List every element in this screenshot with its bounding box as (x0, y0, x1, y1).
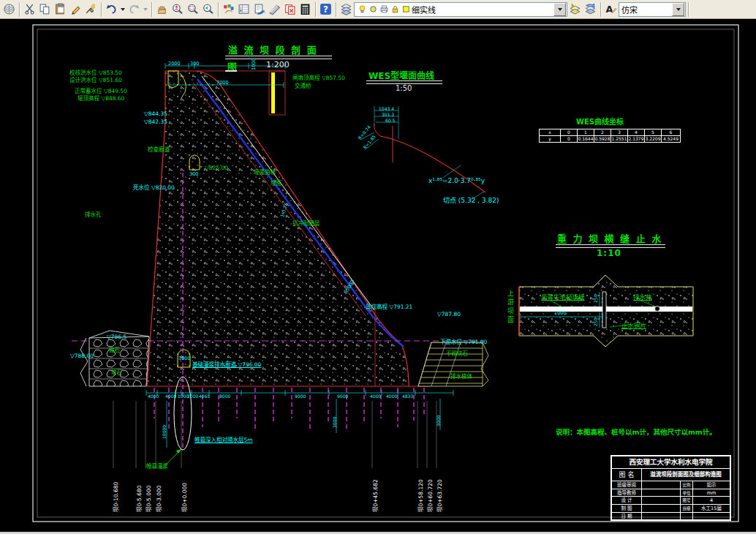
redline-sheets-icon (284, 3, 296, 15)
edit-button[interactable] (68, 1, 83, 17)
dropdown-arrow-icon (558, 8, 562, 11)
wes-table-cell: 0.1644 (577, 136, 594, 142)
zoom-previous-button[interactable] (200, 1, 216, 17)
toolbar-separator (19, 2, 20, 17)
title-block-cell (642, 513, 681, 521)
wes-table-cell: 4.5249 (661, 136, 680, 142)
sketch-globe-button[interactable] (1, 1, 17, 17)
title-block-name-label: 图 名 (612, 469, 642, 481)
copy-button[interactable] (37, 1, 53, 17)
wes-table-cell: 1.2551 (611, 136, 627, 142)
title-block: 西安理工大学水利水电学院 图 名 溢流坝段剖面图及细部构造图 班级审阅比例如示指… (611, 455, 731, 521)
title-block-cell (642, 481, 681, 489)
pan-button[interactable] (154, 1, 170, 17)
wes-table-cell: 4 (627, 129, 644, 135)
calculator-button[interactable] (298, 1, 313, 17)
text-style-combo[interactable]: 仿宋 (619, 2, 686, 17)
layer-properties-grid-icon (238, 3, 250, 15)
dam-drawing-geometry[interactable] (0, 0, 756, 534)
text-style-button[interactable]: A (603, 1, 619, 17)
title-block-cell: 4 (693, 497, 730, 504)
make-layer-current-button[interactable] (567, 1, 583, 17)
sheet-arrow-icon (253, 3, 265, 15)
zoom-realtime-icon (171, 3, 184, 15)
pencil-icon (69, 3, 82, 15)
color-palette-button[interactable] (221, 1, 236, 17)
dropdown-arrow-icon (676, 8, 681, 11)
svg-text:?: ? (323, 4, 328, 15)
zoom-window-button[interactable] (185, 1, 200, 17)
title-block-cell: 设 计 (612, 497, 642, 504)
layer-control-combo[interactable]: 细实线 (354, 2, 567, 17)
title-block-cell: 日 期 (612, 513, 642, 521)
wes-table-cell: 6 (661, 129, 680, 135)
title-block-rows: 班级审阅比例如示指导教师单位mm设 计图号4制 图班级水工15届日 期 (612, 481, 730, 520)
toolbar: ? 细实线 A 仿宋 (0, 0, 756, 19)
cut-button[interactable] (22, 1, 37, 17)
current-text-style: 仿宋 (621, 4, 672, 15)
layers-stack-icon (340, 3, 352, 15)
dropdown-arrow-icon (121, 8, 125, 11)
toolbar-separator (600, 2, 601, 17)
copy-icon (39, 3, 51, 15)
layer-properties-button[interactable] (236, 1, 252, 17)
zoom-window-icon (186, 3, 199, 15)
wes-table-cell: 1 (577, 129, 594, 135)
wes-table-cell: 3.2209 (644, 136, 661, 142)
wes-table-cell: 5 (644, 129, 661, 135)
toolbar-separator (688, 2, 689, 17)
title-block-drawing-name: 溢流坝段剖面图及细部构造图 (642, 469, 730, 481)
zoom-realtime-button[interactable] (170, 1, 185, 17)
undo-dropdown[interactable] (119, 1, 126, 17)
title-block-cell: 班级 (681, 505, 693, 512)
dropdown-arrow-icon (143, 8, 148, 11)
title-block-cell: 班级审阅 (612, 481, 642, 489)
paste-button[interactable] (53, 1, 68, 17)
layer-plot-icon[interactable] (379, 4, 390, 15)
title-block-cell: 指导教师 (612, 489, 642, 497)
clipboard-icon (54, 3, 67, 15)
toolbar-separator (218, 2, 219, 17)
wes-table-cell: 0 (560, 129, 577, 135)
pan-hand-icon (156, 3, 168, 15)
toolbar-separator (101, 2, 102, 17)
redo-dropdown[interactable] (142, 1, 149, 17)
sheet-set-button[interactable] (252, 1, 267, 17)
render-icon (268, 3, 281, 15)
match-properties-button[interactable] (83, 1, 99, 17)
title-block-cell: 制 图 (612, 505, 642, 512)
wes-table-cell: y (540, 136, 560, 142)
layer-on-bulb-icon[interactable] (357, 4, 368, 15)
title-block-cell (681, 513, 693, 521)
title-block-cell: 图号 (681, 497, 693, 504)
wes-table-cell: 0 (560, 136, 577, 142)
gate-slot (271, 72, 275, 113)
title-block-cell (642, 489, 681, 497)
cad-application-window: ? 细实线 A 仿宋 (0, 0, 756, 534)
help-icon: ? (320, 3, 332, 15)
drain-well (655, 307, 660, 312)
current-layer-name: 细实线 (412, 4, 553, 15)
layer-combo-dropdown[interactable] (553, 3, 566, 16)
wes-table-cell: 3 (611, 129, 627, 135)
layers-button[interactable] (339, 1, 354, 17)
palette-hand-icon (222, 3, 235, 15)
layer-color-swatch-icon[interactable] (401, 4, 412, 15)
layer-lock-icon[interactable] (390, 4, 401, 15)
undo-button[interactable] (104, 1, 119, 17)
help-button[interactable]: ? (318, 1, 333, 17)
upstream-riprap (80, 331, 149, 386)
markup-button[interactable] (282, 1, 298, 17)
wes-table-cell: 2 (594, 129, 611, 135)
font-combo-dropdown[interactable] (672, 3, 684, 16)
toolbar-separator (336, 2, 336, 17)
render-button[interactable] (267, 1, 282, 17)
layer-previous-button[interactable] (583, 1, 598, 17)
match-properties-icon (85, 3, 97, 15)
toolbar-separator (151, 2, 152, 17)
wes-table-cell: 0.5928 (594, 136, 611, 142)
redo-arrow-icon (128, 3, 140, 15)
redo-button[interactable] (126, 1, 142, 17)
layer-freeze-icon[interactable] (368, 4, 379, 15)
text-style-icon: A (605, 3, 617, 15)
